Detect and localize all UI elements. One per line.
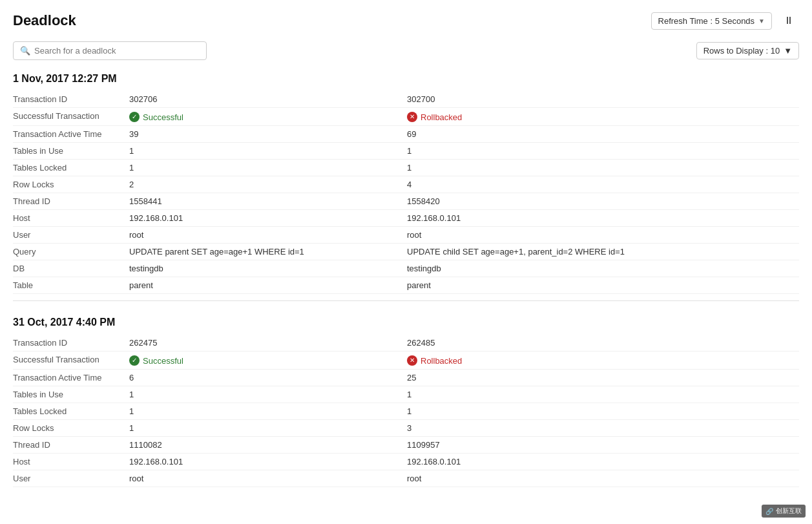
deadlock-table-1: Transaction ID262475262485Successful Tra… bbox=[13, 335, 799, 487]
row-val2: 1109957 bbox=[407, 437, 799, 454]
row-val2: 302700 bbox=[407, 91, 799, 108]
rows-label: Rows to Display : 10 bbox=[703, 46, 780, 56]
row-val1: root bbox=[129, 470, 407, 487]
row-label: Host bbox=[13, 454, 129, 470]
row-val2: 1 bbox=[407, 386, 799, 403]
row-val1: 39 bbox=[129, 126, 407, 143]
table-row: Transaction Active Time625 bbox=[13, 370, 799, 386]
table-row: Successful Transaction✓Successful✕Rollba… bbox=[13, 351, 799, 370]
row-val1: 1558441 bbox=[129, 193, 407, 210]
deadlock-date-0: 1 Nov, 2017 12:27 PM bbox=[13, 73, 799, 87]
chevron-down-icon: ▼ bbox=[758, 17, 765, 25]
table-row: Tables Locked11 bbox=[13, 160, 799, 176]
x-icon: ✕ bbox=[407, 112, 417, 122]
table-row: Row Locks24 bbox=[13, 176, 799, 193]
pause-icon: ⏸ bbox=[784, 15, 794, 26]
row-val2: 192.168.0.101 bbox=[407, 454, 799, 470]
row-val2: 4 bbox=[407, 176, 799, 193]
row-val1: 1110082 bbox=[129, 437, 407, 454]
divider bbox=[13, 300, 799, 301]
row-label: Tables Locked bbox=[13, 403, 129, 420]
row-val2: 1 bbox=[407, 160, 799, 176]
row-val1: ✓Successful bbox=[129, 351, 407, 370]
refresh-time-label: Refresh Time : 5 Seconds bbox=[658, 16, 755, 26]
row-val2: 25 bbox=[407, 370, 799, 386]
table-row: Thread ID11100821109957 bbox=[13, 437, 799, 454]
status-rollbacked: ✕Rollbacked bbox=[407, 112, 462, 122]
row-val2: 3 bbox=[407, 420, 799, 437]
row-label: User bbox=[13, 227, 129, 244]
table-row: Transaction ID302706302700 bbox=[13, 91, 799, 108]
row-val1: 262475 bbox=[129, 335, 407, 351]
deadlock-container: 1 Nov, 2017 12:27 PMTransaction ID302706… bbox=[13, 73, 799, 487]
row-val1: ✓Successful bbox=[129, 108, 407, 126]
table-row: QueryUPDATE parent SET age=age+1 WHERE i… bbox=[13, 244, 799, 260]
row-val1: root bbox=[129, 227, 407, 244]
row-val1: 1 bbox=[129, 403, 407, 420]
row-val2: 1 bbox=[407, 143, 799, 160]
header-controls: Refresh Time : 5 Seconds ▼ ⏸ bbox=[651, 10, 799, 31]
table-row: Successful Transaction✓Successful✕Rollba… bbox=[13, 108, 799, 126]
row-val1: 1 bbox=[129, 420, 407, 437]
search-input[interactable] bbox=[34, 46, 200, 56]
row-val2: UPDATE child SET age=age+1, parent_id=2 … bbox=[407, 244, 799, 260]
deadlock-table-0: Transaction ID302706302700Successful Tra… bbox=[13, 91, 799, 294]
status-successful: ✓Successful bbox=[129, 112, 183, 122]
table-row: Thread ID15584411558420 bbox=[13, 193, 799, 210]
row-val1: 302706 bbox=[129, 91, 407, 108]
table-row: Tables Locked11 bbox=[13, 403, 799, 420]
row-val1: 2 bbox=[129, 176, 407, 193]
table-row: Transaction ID262475262485 bbox=[13, 335, 799, 351]
search-container: 🔍 bbox=[13, 41, 207, 60]
search-icon: 🔍 bbox=[20, 46, 30, 56]
row-val2: 192.168.0.101 bbox=[407, 210, 799, 227]
row-label: Transaction Active Time bbox=[13, 126, 129, 143]
row-val2: ✕Rollbacked bbox=[407, 351, 799, 370]
row-val2: 69 bbox=[407, 126, 799, 143]
table-row: DBtestingdbtestingdb bbox=[13, 260, 799, 277]
pause-button[interactable]: ⏸ bbox=[778, 10, 799, 31]
check-icon: ✓ bbox=[129, 112, 140, 122]
status-successful: ✓Successful bbox=[129, 355, 183, 366]
row-val2: 1558420 bbox=[407, 193, 799, 210]
table-row: Userrootroot bbox=[13, 227, 799, 244]
row-val2: root bbox=[407, 227, 799, 244]
row-label: Transaction ID bbox=[13, 91, 129, 108]
status-rollbacked: ✕Rollbacked bbox=[407, 355, 462, 366]
table-row: Tables in Use11 bbox=[13, 386, 799, 403]
table-row: Row Locks13 bbox=[13, 420, 799, 437]
row-val1: UPDATE parent SET age=age+1 WHERE id=1 bbox=[129, 244, 407, 260]
deadlock-group-0: 1 Nov, 2017 12:27 PMTransaction ID302706… bbox=[13, 73, 799, 301]
row-label: Row Locks bbox=[13, 176, 129, 193]
deadlock-date-1: 31 Oct, 2017 4:40 PM bbox=[13, 317, 799, 331]
watermark-icon: 🔗 bbox=[765, 508, 773, 514]
refresh-time-dropdown[interactable]: Refresh Time : 5 Seconds ▼ bbox=[651, 12, 772, 30]
row-label: User bbox=[13, 470, 129, 487]
table-row: Tables in Use11 bbox=[13, 143, 799, 160]
row-val1: testingdb bbox=[129, 260, 407, 277]
row-val2: parent bbox=[407, 277, 799, 294]
row-label: Row Locks bbox=[13, 420, 129, 437]
row-label: Successful Transaction bbox=[13, 108, 129, 126]
watermark-text: 创新互联 bbox=[776, 507, 802, 513]
row-label: Tables in Use bbox=[13, 386, 129, 403]
row-label: Thread ID bbox=[13, 193, 129, 210]
row-val1: parent bbox=[129, 277, 407, 294]
row-label: Tables in Use bbox=[13, 143, 129, 160]
row-val2: 1 bbox=[407, 403, 799, 420]
row-val2: 262485 bbox=[407, 335, 799, 351]
row-label: DB bbox=[13, 260, 129, 277]
row-val2: ✕Rollbacked bbox=[407, 108, 799, 126]
table-row: Tableparentparent bbox=[13, 277, 799, 294]
deadlock-group-1: 31 Oct, 2017 4:40 PMTransaction ID262475… bbox=[13, 317, 799, 487]
rows-to-display-dropdown[interactable]: Rows to Display : 10 ▼ bbox=[696, 42, 799, 59]
header: Deadlock Refresh Time : 5 Seconds ▼ ⏸ bbox=[13, 10, 799, 31]
table-row: Transaction Active Time3969 bbox=[13, 126, 799, 143]
page-title: Deadlock bbox=[13, 12, 76, 29]
row-val2: root bbox=[407, 470, 799, 487]
row-val1: 1 bbox=[129, 143, 407, 160]
row-val1: 1 bbox=[129, 160, 407, 176]
watermark: 🔗 创新互联 bbox=[762, 505, 806, 513]
row-label: Successful Transaction bbox=[13, 351, 129, 370]
table-row: Host192.168.0.101192.168.0.101 bbox=[13, 210, 799, 227]
